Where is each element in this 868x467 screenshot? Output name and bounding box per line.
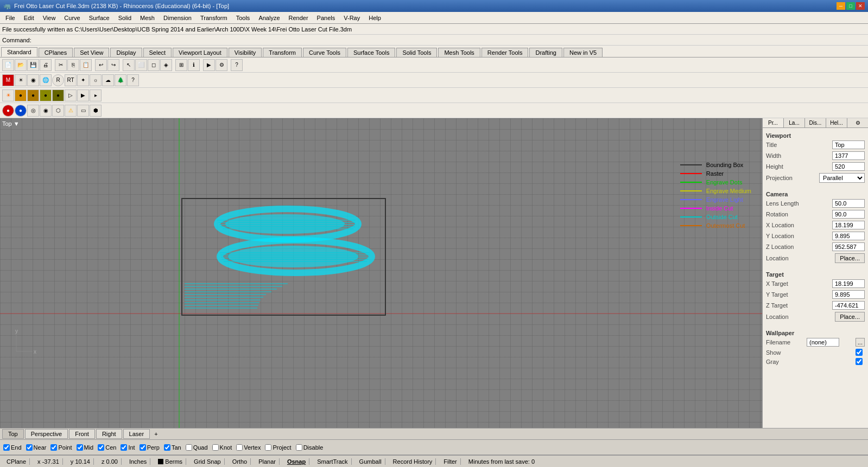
rpanel-projection-select[interactable]: Parallel Perspective (819, 173, 865, 183)
tab-select[interactable]: Select (143, 48, 172, 57)
menu-solid[interactable]: Solid (114, 14, 136, 22)
osnap-point-checkbox[interactable] (50, 444, 57, 451)
tab-display[interactable]: Display (110, 48, 142, 57)
tb-frame[interactable]: ⬡ (52, 105, 64, 117)
rpanel-tab-properties[interactable]: Pr... (763, 118, 784, 127)
tb-sphere4[interactable]: ● (52, 89, 64, 101)
tb-rect[interactable]: ▭ (77, 105, 89, 117)
tb-arrow1[interactable]: ▷ (65, 89, 77, 101)
vp-tab-laser[interactable]: Laser (123, 429, 150, 439)
menu-render[interactable]: Render (284, 14, 313, 22)
status-osnap[interactable]: Osnap (284, 458, 309, 465)
vp-tab-right[interactable]: Right (96, 429, 122, 439)
tb-sphere2[interactable]: ● (27, 89, 39, 101)
tab-cplanes[interactable]: CPlanes (39, 48, 73, 57)
tb-tree[interactable]: 🌲 (115, 74, 126, 86)
status-grid-snap[interactable]: Grid Snap (191, 458, 225, 465)
osnap-mid-checkbox[interactable] (77, 444, 83, 451)
rpanel-tab-display[interactable]: Dis... (805, 118, 826, 127)
tb-sun2[interactable]: ☼ (90, 74, 102, 86)
viewport[interactable]: Top ▼ x y (0, 118, 762, 428)
tb-flamingo[interactable]: ✦ (77, 74, 89, 86)
tb-warn[interactable]: ⚠ (65, 105, 77, 117)
vp-tab-top[interactable]: Top (2, 429, 24, 439)
rpanel-filename-browse[interactable]: ... (856, 338, 865, 347)
menu-dimension[interactable]: Dimension (159, 14, 196, 22)
vp-tab-front[interactable]: Front (69, 429, 95, 439)
tb-arrow3[interactable]: ▸ (90, 89, 102, 101)
menu-vray[interactable]: V-Ray (339, 14, 364, 22)
tab-set-view[interactable]: Set View (74, 48, 109, 57)
tb-cloud[interactable]: ☁ (102, 74, 114, 86)
tb-window-select[interactable]: ⬜ (135, 59, 147, 71)
menu-curve[interactable]: Curve (60, 14, 84, 22)
tab-drafting[interactable]: Drafting (529, 48, 562, 57)
menu-edit[interactable]: Edit (20, 14, 39, 22)
osnap-perp-checkbox[interactable] (140, 444, 146, 451)
osnap-disable-checkbox[interactable] (296, 444, 302, 451)
osnap-end-checkbox[interactable] (3, 444, 10, 451)
tab-solid-tools[interactable]: Solid Tools (396, 48, 437, 57)
tb-rt[interactable]: RT (65, 74, 77, 86)
osnap-cen-checkbox[interactable] (98, 444, 104, 451)
vp-tab-perspective[interactable]: Perspective (25, 429, 68, 439)
tb-deselect[interactable]: ◻ (148, 59, 160, 71)
close-button[interactable]: ✕ (856, 2, 865, 10)
osnap-knot-checkbox[interactable] (212, 444, 219, 451)
tab-curve-tools[interactable]: Curve Tools (303, 48, 346, 57)
tab-new-in-v5[interactable]: New in V5 (563, 48, 603, 57)
tb-dotted[interactable]: ◉ (40, 105, 52, 117)
tb-open[interactable]: 📂 (15, 59, 27, 71)
rpanel-show-checkbox[interactable] (856, 349, 863, 356)
tb-help[interactable]: ? (231, 59, 243, 71)
menu-view[interactable]: View (39, 14, 60, 22)
rpanel-tab-options[interactable]: ⚙ (847, 118, 868, 127)
menu-surface[interactable]: Surface (85, 14, 114, 22)
tb-r[interactable]: R (52, 74, 64, 86)
tab-standard[interactable]: Standard (1, 47, 37, 57)
tb-blue-circle[interactable]: ● (15, 105, 27, 117)
viewport-name[interactable]: Top ▼ (2, 120, 20, 127)
tb-invert-select[interactable]: ◈ (160, 59, 172, 71)
tb-round[interactable]: ◎ (27, 105, 39, 117)
menu-tools[interactable]: Tools (232, 14, 255, 22)
status-gumball[interactable]: Gumball (356, 458, 385, 465)
tb-copy[interactable]: ⎘ (67, 59, 79, 71)
menu-file[interactable]: File (1, 14, 20, 22)
status-smarttrack[interactable]: SmartTrack (314, 458, 351, 465)
vp-tab-add[interactable]: + (151, 430, 161, 438)
tab-transform[interactable]: Transform (263, 48, 302, 57)
rpanel-tab-help[interactable]: Hel... (826, 118, 847, 127)
tab-visibility[interactable]: Visibility (229, 48, 262, 57)
tb-render[interactable]: ▶ (203, 59, 215, 71)
menu-help[interactable]: Help (364, 14, 385, 22)
rpanel-gray-checkbox[interactable] (856, 358, 863, 365)
menu-analyze[interactable]: Analyze (254, 14, 284, 22)
osnap-int-checkbox[interactable] (121, 444, 127, 451)
rpanel-cam-place-button[interactable]: Place... (835, 253, 865, 263)
tb-sun[interactable]: ☀ (15, 74, 27, 86)
tb-redo[interactable]: ↪ (107, 59, 119, 71)
status-record-history[interactable]: Record History (390, 458, 436, 465)
tb-cut[interactable]: ✂ (55, 59, 67, 71)
tb-question[interactable]: ? (127, 74, 139, 86)
tb-print[interactable]: 🖨 (40, 59, 52, 71)
status-ortho[interactable]: Ortho (229, 458, 251, 465)
tb-sphere1[interactable]: ● (15, 89, 27, 101)
tab-mesh-tools[interactable]: Mesh Tools (438, 48, 480, 57)
tb-layer[interactable]: ⊞ (175, 59, 187, 71)
rpanel-tab-layers[interactable]: La... (784, 118, 805, 127)
status-filter[interactable]: Filter (440, 458, 460, 465)
osnap-quad-checkbox[interactable] (186, 444, 192, 451)
maximize-button[interactable]: □ (846, 2, 855, 10)
tab-viewport-layout[interactable]: Viewport Layout (173, 48, 227, 57)
tb-red-circle[interactable]: ● (2, 105, 14, 117)
menu-panels[interactable]: Panels (313, 14, 340, 22)
tb-3d[interactable]: ⬢ (90, 105, 102, 117)
tab-surface-tools[interactable]: Surface Tools (347, 48, 395, 57)
rpanel-target-place-button[interactable]: Place... (835, 312, 865, 322)
menu-mesh[interactable]: Mesh (136, 14, 159, 22)
tb-select[interactable]: ↖ (123, 59, 135, 71)
tb-paste[interactable]: 📋 (80, 59, 92, 71)
tb-m[interactable]: M (2, 74, 14, 86)
